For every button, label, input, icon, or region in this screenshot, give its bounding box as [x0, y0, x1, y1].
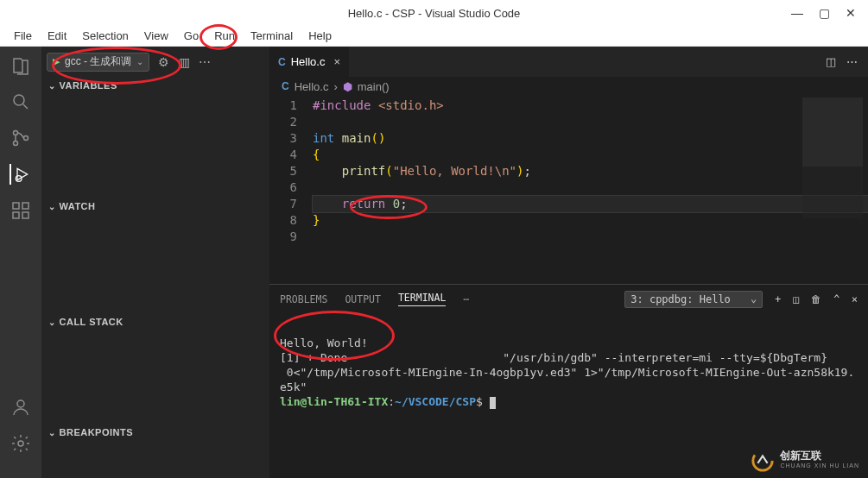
run-config-label: gcc - 生成和调 [65, 54, 131, 69]
split-terminal-icon[interactable]: ◫ [793, 293, 799, 305]
settings-icon[interactable] [10, 433, 31, 454]
close-button[interactable]: ✕ [846, 6, 856, 20]
close-panel-icon[interactable]: × [852, 293, 858, 305]
window-title: Hello.c - CSP - Visual Studio Code [348, 7, 521, 20]
tab-hello-c[interactable]: C Hello.c × [269, 47, 350, 77]
logo-icon [751, 449, 775, 473]
svg-rect-7 [13, 212, 19, 218]
code-editor[interactable]: 123456789 #include <stdio.h> int main() … [269, 96, 868, 284]
explorer-icon[interactable] [10, 55, 31, 76]
svg-point-3 [24, 136, 29, 141]
watermark: 创新互联CHUANG XIN HU LIAN [751, 449, 859, 473]
chevron-down-icon: ⌄ [48, 428, 56, 437]
panel-tabs: PROBLEMS OUTPUT TERMINAL ⋯ 3: cppdbg: He… [269, 285, 868, 313]
search-icon[interactable] [10, 91, 31, 112]
section-breakpoints[interactable]: ⌄Breakpoints [41, 424, 269, 441]
editor-tabs: C Hello.c × ◫ ⋯ [269, 47, 868, 77]
menu-go[interactable]: Go [177, 28, 206, 44]
panel-tab-problems[interactable]: PROBLEMS [280, 293, 327, 305]
play-icon: ▶ [53, 56, 60, 67]
more-icon[interactable]: ⋯ [463, 293, 469, 305]
svg-point-9 [17, 400, 24, 407]
line-number-gutter: 123456789 [269, 96, 313, 284]
split-editor-icon[interactable]: ◫ [826, 55, 836, 68]
panel-tab-terminal[interactable]: TERMINAL [398, 292, 446, 306]
minimap[interactable] [802, 97, 863, 218]
menu-view[interactable]: View [137, 28, 175, 44]
chevron-down-icon: ⌄ [48, 202, 56, 211]
svg-point-11 [753, 451, 772, 470]
svg-rect-6 [22, 203, 29, 209]
extensions-icon[interactable] [10, 200, 31, 221]
chevron-down-icon: ⌄ [136, 57, 143, 66]
section-variables[interactable]: ⌄Variables [41, 77, 269, 94]
maximize-button[interactable]: ▢ [819, 6, 830, 20]
trash-icon[interactable]: 🗑 [811, 293, 821, 305]
menu-edit[interactable]: Edit [41, 28, 73, 44]
gear-icon[interactable]: ⚙ [156, 55, 170, 69]
more-icon[interactable]: ⋯ [846, 55, 858, 68]
svg-point-0 [14, 95, 24, 105]
editor-area: C Hello.c × ◫ ⋯ C Hello.c › ⬢ main() 123… [269, 47, 868, 478]
section-watch[interactable]: ⌄Watch [41, 198, 269, 215]
chevron-down-icon: ⌄ [48, 81, 56, 91]
menu-terminal[interactable]: Terminal [244, 28, 300, 44]
menu-file[interactable]: File [7, 28, 39, 44]
tab-label: Hello.c [291, 55, 326, 68]
close-icon[interactable]: × [333, 55, 340, 68]
chevron-right-icon: › [333, 80, 337, 93]
debug-sidebar: ▶ gcc - 生成和调 ⌄ ⚙ ▥ ⋯ ⌄Variables ⌄Watch ⌄… [41, 47, 269, 478]
more-icon[interactable]: ⋯ [198, 55, 212, 69]
new-terminal-icon[interactable]: + [775, 293, 781, 305]
chevron-down-icon: ⌄ [48, 318, 56, 327]
panel-tab-output[interactable]: OUTPUT [345, 293, 381, 305]
menu-selection[interactable]: Selection [75, 28, 135, 44]
svg-rect-5 [13, 203, 19, 209]
minimize-button[interactable]: — [791, 6, 803, 20]
c-file-icon: C [278, 56, 286, 68]
activity-bar [0, 47, 41, 478]
svg-point-2 [14, 142, 18, 146]
symbol-icon: ⬢ [343, 80, 352, 93]
svg-point-1 [14, 131, 18, 135]
svg-point-10 [18, 441, 23, 446]
debug-console-icon[interactable]: ▥ [177, 55, 191, 69]
svg-rect-8 [22, 212, 29, 218]
terminal-select[interactable]: 3: cppdbg: Hello [624, 291, 763, 308]
run-configuration-select[interactable]: ▶ gcc - 生成和调 ⌄ [47, 53, 149, 72]
accounts-icon[interactable] [10, 397, 31, 418]
maximize-panel-icon[interactable]: ^ [833, 293, 839, 305]
debug-toolbar: ▶ gcc - 生成和调 ⌄ ⚙ ▥ ⋯ [41, 47, 269, 77]
source-control-icon[interactable] [10, 128, 31, 148]
menu-run[interactable]: Run [207, 28, 242, 44]
c-file-icon: C [282, 80, 289, 92]
window-controls: — ▢ ✕ [791, 6, 868, 20]
menubar: File Edit Selection View Go Run Terminal… [0, 26, 868, 47]
menu-help[interactable]: Help [301, 28, 339, 44]
run-debug-icon[interactable] [10, 164, 30, 185]
section-callstack[interactable]: ⌄Call Stack [41, 313, 269, 330]
code-content[interactable]: #include <stdio.h> int main() { printf("… [313, 96, 868, 284]
breadcrumb[interactable]: C Hello.c › ⬢ main() [269, 77, 868, 96]
titlebar: Hello.c - CSP - Visual Studio Code — ▢ ✕ [0, 0, 868, 26]
